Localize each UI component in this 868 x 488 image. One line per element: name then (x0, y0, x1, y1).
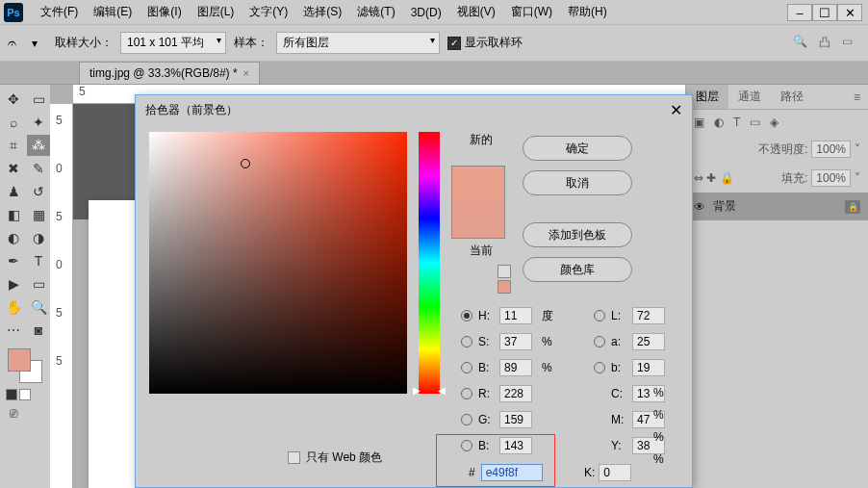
menu-type[interactable]: 文字(Y) (242, 0, 295, 24)
menu-image[interactable]: 图像(I) (140, 0, 189, 24)
sample-layers-dropdown[interactable]: 所有图层 (276, 32, 440, 54)
crop-tool[interactable]: ⌗ (2, 135, 25, 156)
add-swatch-button[interactable]: 添加到色板 (523, 222, 632, 247)
quickmask-tool[interactable]: ◙ (27, 320, 50, 341)
brush-tool[interactable]: ✎ (27, 158, 50, 179)
gamut-swatch[interactable] (498, 280, 511, 294)
dodge-tool[interactable]: ◑ (27, 227, 50, 248)
filter-type-icon[interactable]: T (733, 116, 740, 129)
filter-adjust-icon[interactable]: ◐ (714, 116, 724, 129)
visibility-icon[interactable]: 👁 (694, 200, 705, 214)
c-unit: % (653, 386, 664, 399)
new-color-label: 新的 (451, 132, 511, 148)
menu-edit[interactable]: 编辑(E) (86, 0, 140, 24)
menu-view[interactable]: 视图(V) (449, 0, 503, 24)
g-input[interactable] (499, 411, 532, 428)
ok-button[interactable]: 确定 (523, 136, 632, 161)
path-select-tool[interactable]: ▶ (2, 273, 25, 295)
eraser-tool[interactable]: ◧ (2, 204, 25, 225)
menu-3d[interactable]: 3D(D) (403, 2, 449, 23)
bv-input[interactable] (499, 359, 532, 376)
radio-s[interactable] (461, 336, 472, 347)
filter-pixel-icon[interactable]: ▣ (694, 116, 704, 129)
filter-shape-icon[interactable]: ▭ (750, 116, 760, 129)
l-label: L: (611, 309, 628, 322)
radio-r[interactable] (461, 388, 472, 399)
history-brush-tool[interactable]: ↺ (27, 181, 50, 202)
fill-chevron-icon[interactable]: ˅ (855, 171, 860, 185)
window-close-button[interactable]: ✕ (837, 4, 862, 21)
b-input[interactable] (632, 359, 665, 376)
layer-row-background[interactable]: 👁 背景 🔒 (686, 193, 868, 220)
stamp-tool[interactable]: ♟ (2, 181, 25, 202)
document-tab[interactable]: timg.jpg @ 33.3%(RGB/8#) * × (79, 62, 260, 84)
lock-icon[interactable]: 🔒 (845, 200, 860, 214)
web-only-checkbox[interactable] (288, 451, 300, 464)
radio-l[interactable] (594, 310, 605, 321)
shape-tool[interactable]: ▭ (27, 273, 50, 295)
fill-value[interactable]: 100% (811, 169, 851, 187)
marquee-tool[interactable]: ▭ (27, 89, 50, 110)
show-ring-checkbox[interactable]: ✓ (447, 37, 461, 50)
gamut-warning-icon[interactable] (498, 265, 511, 278)
a-input[interactable] (632, 333, 665, 350)
h-input[interactable] (499, 307, 532, 324)
type-tool[interactable]: T (27, 250, 50, 271)
opacity-chevron-icon[interactable]: ˅ (855, 142, 860, 156)
radio-b[interactable] (594, 362, 605, 373)
move-tool[interactable]: ✥ (2, 89, 25, 110)
dialog-close-button[interactable]: ✕ (670, 101, 682, 119)
color-swatches[interactable] (2, 343, 50, 387)
workspace-icon[interactable]: ▭ (842, 35, 853, 51)
hue-slider[interactable]: ▶ ◀ (419, 132, 440, 394)
mini-swatch-1[interactable] (6, 389, 17, 400)
heal-tool[interactable]: ✖ (2, 158, 25, 179)
menu-layer[interactable]: 图层(L) (190, 0, 243, 24)
k-input[interactable] (599, 464, 631, 481)
magic-wand-tool[interactable]: ✦ (27, 112, 50, 133)
s-input[interactable] (499, 333, 532, 350)
radio-h[interactable] (461, 310, 472, 321)
zoom-tool[interactable]: 🔍 (27, 296, 50, 318)
panel-menu-icon[interactable]: ≡ (854, 90, 868, 104)
lasso-tool[interactable]: ⌕ (2, 112, 25, 133)
edit-toolbar[interactable]: ⋯ (2, 320, 25, 341)
menu-file[interactable]: 文件(F) (33, 0, 86, 24)
mini-swatch-2[interactable] (19, 389, 31, 400)
blur-tool[interactable]: ◐ (2, 227, 25, 248)
dialog-title: 拾色器（前景色） (145, 102, 238, 118)
color-cursor[interactable] (241, 159, 250, 168)
saturation-field[interactable] (149, 132, 407, 394)
foreground-swatch[interactable] (8, 348, 31, 372)
gradient-tool[interactable]: ▦ (27, 204, 50, 225)
hand-tool[interactable]: ✋ (2, 296, 25, 318)
cancel-button[interactable]: 取消 (523, 170, 632, 195)
sample-size-dropdown[interactable]: 101 x 101 平均 (120, 32, 226, 54)
close-tab-icon[interactable]: × (243, 67, 249, 79)
search-icon[interactable]: 🔍 (793, 35, 807, 51)
menu-window[interactable]: 窗口(W) (503, 0, 560, 24)
tab-paths[interactable]: 路径 (771, 85, 813, 109)
window-minimize-button[interactable]: – (787, 4, 812, 21)
menu-help[interactable]: 帮助(H) (560, 0, 615, 24)
window-maximize-button[interactable]: ☐ (812, 4, 837, 21)
eyedropper-tool[interactable]: ⁂ (27, 135, 50, 156)
radio-g[interactable] (461, 414, 472, 425)
bv-unit: % (542, 361, 563, 374)
menu-select[interactable]: 选择(S) (295, 0, 349, 24)
tab-channels[interactable]: 通道 (728, 85, 771, 109)
color-libraries-button[interactable]: 颜色库 (523, 257, 632, 282)
l-input[interactable] (632, 307, 665, 324)
current-color-swatch (452, 202, 504, 238)
lock-icons[interactable]: ⇔ ✚ 🔒 (694, 171, 734, 185)
pen-tool[interactable]: ✒ (2, 250, 25, 271)
radio-bv[interactable] (461, 362, 472, 373)
menu-filter[interactable]: 滤镜(T) (349, 0, 402, 24)
share-icon[interactable]: 凸 (819, 35, 830, 51)
screen-mode-tool[interactable]: ⎚ (2, 402, 25, 424)
m-label: M: (611, 413, 628, 426)
opacity-value[interactable]: 100% (811, 141, 851, 158)
r-input[interactable] (499, 385, 532, 402)
filter-smart-icon[interactable]: ◈ (770, 116, 779, 129)
radio-a[interactable] (594, 336, 605, 347)
